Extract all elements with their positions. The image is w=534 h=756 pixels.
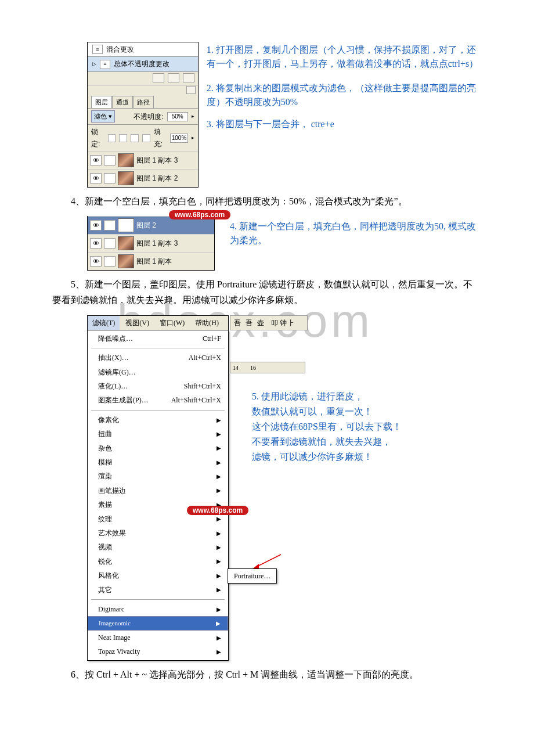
new-snapshot-button[interactable] <box>153 73 164 82</box>
filter-categories: 像素化▶扭曲▶杂色▶模糊▶渲染▶画笔描边▶素描▶纹理▶艺术效果▶视频▶锐化▶风格… <box>88 412 228 598</box>
menu-item[interactable]: 杂色▶ <box>88 441 228 455</box>
lock-label: 锁定: <box>91 126 104 150</box>
tool-icon[interactable]: 吾 <box>246 317 252 329</box>
menu-help[interactable]: 帮助(H) <box>190 316 223 330</box>
layers-panel-2: www.68ps.com 👁 图层 2 👁 图层 1 副本 3 👁 图层 1 副… <box>87 216 215 271</box>
lock-position-button[interactable] <box>131 134 139 142</box>
visibility-icon[interactable]: 👁 <box>90 238 102 249</box>
options-bar-fragment: 吾 吾 壶 叩 钟 ⺊ <box>230 315 308 330</box>
visibility-icon[interactable]: 👁 <box>90 173 102 183</box>
paragraph-6: 6、按 Ctrl + Alt + ~ 选择高光部分，按 Ctrl + M 调整曲… <box>52 667 482 682</box>
fill-input[interactable]: 100% <box>170 134 187 143</box>
new-doc-button[interactable] <box>168 73 179 82</box>
tool-icon[interactable]: 壶 <box>257 317 264 329</box>
menu-item[interactable]: 渲染▶ <box>88 469 228 483</box>
tab-channels[interactable]: 通道 <box>112 96 133 109</box>
right-column: 吾 吾 壶 叩 钟 ⺊ 1416 5. 使用此滤镜，进行磨皮， 数值默认就可以，… <box>229 315 402 465</box>
layer-row[interactable]: 👁 图层 1 副本 2 <box>88 169 198 187</box>
lock-row: 锁定: 填充: 100% ▸ <box>88 124 198 151</box>
blend-mode-row: 滤色 ▾ 不透明度: 50% ▸ <box>88 108 198 124</box>
filter-sec1: 抽出(X)…Alt+Ctrl+X 滤镜库(G)… 液化(L)…Shift+Ctr… <box>88 350 228 409</box>
history-label: 混合更改 <box>106 44 134 55</box>
layer-thumb-white <box>118 218 134 232</box>
paragraph-5: 5、新建一个图层，盖印图层。使用 Portraiture 滤镜进行磨皮，数值默认… <box>52 276 482 308</box>
layer-thumb <box>118 254 134 268</box>
tab-paths[interactable]: 路径 <box>133 96 154 109</box>
annotation-3: 5. 使用此滤镜，进行磨皮， 数值默认就可以，重复一次！ 这个滤镜在68PS里有… <box>229 390 402 464</box>
menu-liquify[interactable]: 液化(L)…Shift+Ctrl+X <box>88 379 228 393</box>
arrow-icon[interactable]: ▸ <box>192 112 194 121</box>
menu-item[interactable]: 视频▶ <box>88 540 228 554</box>
lock-pixels-button[interactable] <box>119 134 127 142</box>
menubar: 滤镜(T) 视图(V) 窗口(W) 帮助(H) <box>87 315 229 330</box>
menu-extract[interactable]: 抽出(X)…Alt+Ctrl+X <box>88 351 228 365</box>
opacity-label: 不透明度: <box>134 111 163 123</box>
menu-item[interactable]: 艺术效果▶ <box>88 526 228 540</box>
menu-item[interactable]: Digimarc▶ <box>88 602 228 616</box>
submenu-portraiture[interactable]: Portraiture… <box>228 568 277 584</box>
menu-item[interactable]: 画笔描边▶ <box>88 484 228 498</box>
visibility-icon[interactable]: 👁 <box>90 155 102 165</box>
menu-item[interactable]: Imagenomic▶ <box>88 616 228 631</box>
dropdown-icon: ▾ <box>109 113 112 120</box>
paragraph-4: 4、新建一个空白层，填充白色，同样把透明度改为：50%，混合模式改为“柔光”。 <box>52 193 482 209</box>
history-row-selected[interactable]: ▷ ≡ 总体不透明度更改 <box>88 57 198 71</box>
figure-3: bdocx.com 滤镜(T) 视图(V) 窗口(W) 帮助(H) 降低噪点…C… <box>87 315 482 661</box>
panel-history-layers: ≡ 混合更改 ▷ ≡ 总体不透明度更改 图层 通道 路径 滤色 ▾ 不透明度: … <box>87 42 199 188</box>
layer-thumb <box>118 153 134 167</box>
menu-item[interactable]: 扭曲▶ <box>88 427 228 441</box>
menu-item[interactable]: Topaz Vivacity▶ <box>88 645 228 658</box>
layer-row[interactable]: 👁 图层 1 副本 3 <box>88 234 214 252</box>
caret-icon: ▷ <box>92 60 96 69</box>
svg-line-0 <box>255 555 281 567</box>
layer-name: 图层 1 副本 <box>136 255 172 267</box>
menu-item[interactable]: 像素化▶ <box>88 413 228 427</box>
layer-thumb <box>118 236 134 250</box>
menu-last-filter[interactable]: 降低噪点…Ctrl+F <box>88 332 228 345</box>
layer-name: 图层 1 副本 3 <box>136 237 178 249</box>
tab-layers[interactable]: 图层 <box>91 96 112 109</box>
history-icon: ≡ <box>100 60 110 69</box>
lock-transparency-button[interactable] <box>108 134 116 142</box>
menu-filter[interactable]: 滤镜(T) <box>88 316 120 330</box>
menu-column: 滤镜(T) 视图(V) 窗口(W) 帮助(H) 降低噪点…Ctrl+F 抽出(X… <box>87 315 229 661</box>
ruler: 1416 <box>230 362 305 373</box>
blend-mode-select[interactable]: 滤色 ▾ <box>91 110 115 123</box>
menu-item[interactable]: 风格化▶ <box>88 568 228 582</box>
fill-label: 填充: <box>154 126 167 150</box>
figure-2: www.68ps.com 👁 图层 2 👁 图层 1 副本 3 👁 图层 1 副… <box>87 216 482 271</box>
trash-button[interactable] <box>183 73 194 82</box>
watermark-68ps: www.68ps.com <box>187 506 248 515</box>
history-label: 总体不透明度更改 <box>114 58 169 70</box>
brush-icon <box>104 220 116 231</box>
menu-window[interactable]: 窗口(W) <box>155 316 189 330</box>
visibility-icon[interactable]: 👁 <box>90 256 102 267</box>
palette-tabs: 图层 通道 路径 <box>88 95 198 109</box>
opacity-input[interactable]: 50% <box>167 112 188 121</box>
menu-view[interactable]: 视图(V) <box>121 316 154 330</box>
tool-icon[interactable]: 吾 <box>234 317 241 329</box>
menu-item[interactable]: 模糊▶ <box>88 455 228 469</box>
watermark-68ps: www.68ps.com <box>169 210 230 219</box>
link-icon <box>104 238 116 249</box>
layer-row[interactable]: 👁 图层 1 副本 3 <box>88 151 198 169</box>
visibility-icon[interactable]: 👁 <box>90 220 102 231</box>
figure-1: ≡ 混合更改 ▷ ≡ 总体不透明度更改 图层 通道 路径 滤色 ▾ 不透明度: … <box>87 42 482 188</box>
layer-row[interactable]: 👁 图层 1 副本 <box>88 252 214 270</box>
filter-plugins: Digimarc▶Imagenomic▶Neat Image▶Topaz Viv… <box>88 601 228 660</box>
svg-marker-1 <box>253 564 259 568</box>
layer-name: 图层 1 副本 2 <box>136 172 178 184</box>
arrow-icon[interactable]: ▸ <box>192 134 194 142</box>
menu-item[interactable]: Neat Image▶ <box>88 631 228 645</box>
history-icon: ≡ <box>92 45 103 54</box>
palette-menu-button[interactable] <box>186 86 196 94</box>
lock-all-button[interactable] <box>142 134 150 142</box>
menu-pattern-maker[interactable]: 图案生成器(P)…Alt+Shift+Ctrl+X <box>88 393 228 407</box>
menu-item[interactable]: 其它▶ <box>88 583 228 597</box>
history-row[interactable]: ≡ 混合更改 <box>88 42 198 57</box>
submenu-container: Portraiture… <box>228 568 277 584</box>
menu-filter-gallery[interactable]: 滤镜库(G)… <box>88 365 228 379</box>
link-icon <box>104 173 116 183</box>
link-icon <box>104 256 116 267</box>
menu-item[interactable]: 锐化▶ <box>88 555 228 568</box>
